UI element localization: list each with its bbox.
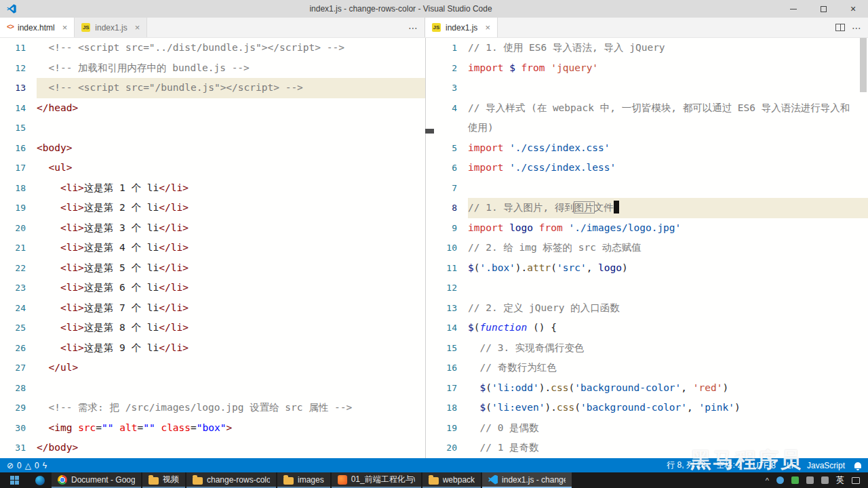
code-text[interactable]: <img src="" alt="" class="box"> bbox=[37, 418, 425, 439]
line-number[interactable]: 1 bbox=[426, 38, 468, 58]
code-line[interactable]: 20 // 1 是奇数 bbox=[426, 438, 868, 458]
tab-index-html[interactable]: <> index.html × bbox=[0, 18, 75, 37]
line-number[interactable]: 9 bbox=[426, 218, 468, 239]
code-text[interactable]: // 1. 使用 ES6 导入语法, 导入 jQuery bbox=[468, 38, 868, 58]
code-text[interactable]: import './css/index.css' bbox=[468, 138, 868, 159]
code-line[interactable]: 20 <li>这是第 3 个 li</li> bbox=[0, 218, 425, 239]
line-number[interactable]: 30 bbox=[0, 418, 37, 439]
status-item[interactable]: LF bbox=[787, 461, 796, 470]
taskbar-button[interactable]: 视频 bbox=[142, 472, 185, 488]
code-text[interactable]: </ul> bbox=[37, 358, 425, 378]
code-text[interactable]: // 奇数行为红色 bbox=[468, 358, 868, 378]
code-line[interactable]: 17 $('li:odd').css('background-color', '… bbox=[426, 378, 868, 399]
code-line[interactable]: 24 <li>这是第 7 个 li</li> bbox=[0, 298, 425, 319]
line-number[interactable]: 8 bbox=[426, 198, 468, 218]
status-item[interactable]: JavaScript bbox=[807, 461, 845, 470]
code-text[interactable]: <li>这是第 1 个 li</li> bbox=[37, 178, 425, 199]
code-text[interactable] bbox=[468, 278, 868, 298]
code-text[interactable]: import $ from 'jquery' bbox=[468, 58, 868, 79]
close-button[interactable]: × bbox=[838, 0, 868, 18]
code-line[interactable]: 14</head> bbox=[0, 98, 425, 119]
code-line[interactable]: 19 // 0 是偶数 bbox=[426, 418, 868, 439]
code-line[interactable]: 18 $('li:even').css('background-color', … bbox=[426, 398, 868, 418]
code-text[interactable]: <li>这是第 7 个 li</li> bbox=[37, 298, 425, 319]
line-number[interactable]: 3 bbox=[426, 78, 468, 98]
code-text[interactable]: // 0 是偶数 bbox=[468, 418, 868, 439]
code-text[interactable] bbox=[468, 78, 868, 98]
line-number[interactable]: 23 bbox=[0, 278, 37, 298]
line-number[interactable]: 20 bbox=[0, 218, 37, 239]
line-number[interactable]: 5 bbox=[426, 138, 468, 159]
line-number[interactable]: 27 bbox=[0, 358, 37, 378]
code-text[interactable]: <li>这是第 9 个 li</li> bbox=[37, 338, 425, 359]
taskbar-button[interactable]: index1.js - change-r... bbox=[482, 472, 572, 488]
code-text[interactable]: <li>这是第 6 个 li</li> bbox=[37, 278, 425, 298]
line-number[interactable]: 18 bbox=[426, 398, 468, 418]
status-item[interactable]: 空格: 2 bbox=[717, 460, 742, 471]
taskbar-button[interactable]: webpack bbox=[422, 472, 481, 488]
start-button[interactable] bbox=[0, 472, 28, 488]
code-text[interactable]: // 1. 导入图片, 得到图片文件 bbox=[468, 198, 868, 218]
scrollbar[interactable] bbox=[859, 38, 868, 458]
code-text[interactable]: // 2. 定义 jQuery 的入口函数 bbox=[468, 298, 868, 319]
code-line[interactable]: 14$(function () { bbox=[426, 318, 868, 338]
code-line[interactable]: 25 <li>这是第 8 个 li</li> bbox=[0, 318, 425, 338]
code-line[interactable]: 6import './css/index.less' bbox=[426, 158, 868, 178]
code-line[interactable]: 29 <!-- 需求: 把 /src/images/logo.jpg 设置给 s… bbox=[0, 398, 425, 418]
status-item[interactable]: 行 8, 列 18 bbox=[667, 460, 705, 471]
line-number[interactable]: 18 bbox=[0, 178, 37, 199]
problems-status[interactable]: ⊘ 0 △ 0 ϟ bbox=[7, 461, 47, 470]
code-text[interactable]: <!-- 加载和引用内存中的 bundle.js --> bbox=[37, 58, 425, 79]
line-number[interactable]: 19 bbox=[426, 418, 468, 439]
split-editor-icon[interactable] bbox=[835, 24, 845, 31]
language-indicator[interactable]: 英 bbox=[836, 474, 844, 486]
code-text[interactable]: <!-- 需求: 把 /src/images/logo.jpg 设置给 src … bbox=[37, 398, 425, 418]
code-text[interactable]: <li>这是第 3 个 li</li> bbox=[37, 218, 425, 239]
code-line[interactable]: 16<body> bbox=[0, 138, 425, 159]
code-text[interactable]: $('li:even').css('background-color', 'pi… bbox=[468, 398, 868, 418]
code-line[interactable]: 21 <li>这是第 4 个 li</li> bbox=[0, 238, 425, 258]
more-actions-icon[interactable]: ⋯ bbox=[408, 22, 418, 33]
code-line[interactable]: 15 // 3. 实现奇偶行变色 bbox=[426, 338, 868, 359]
code-line[interactable]: 10// 2. 给 img 标签的 src 动态赋值 bbox=[426, 238, 868, 258]
network-icon[interactable] bbox=[821, 476, 829, 484]
line-number[interactable]: 21 bbox=[0, 238, 37, 258]
code-line[interactable]: 2import $ from 'jquery' bbox=[426, 58, 868, 79]
code-text[interactable]: // 2. 给 img 标签的 src 动态赋值 bbox=[468, 238, 868, 258]
line-number[interactable]: 13 bbox=[0, 78, 37, 98]
taskbar-button[interactable]: Document - Google... bbox=[52, 472, 141, 488]
editor-sash-handle[interactable] bbox=[425, 129, 434, 134]
code-line[interactable]: 13 <!-- <script src="/bundle.js"></scrip… bbox=[0, 78, 425, 98]
code-line[interactable]: 3 bbox=[426, 78, 868, 98]
code-line[interactable]: 23 <li>这是第 6 个 li</li> bbox=[0, 278, 425, 298]
code-line[interactable]: 28 bbox=[0, 378, 425, 399]
code-text[interactable]: $('.box').attr('src', logo) bbox=[468, 258, 868, 279]
code-line[interactable]: 11$('.box').attr('src', logo) bbox=[426, 258, 868, 279]
line-number[interactable]: 20 bbox=[426, 438, 468, 458]
pinned-browser-button[interactable] bbox=[28, 472, 52, 488]
status-item[interactable]: UTF-8 bbox=[753, 461, 776, 470]
line-number[interactable]: 11 bbox=[426, 258, 468, 279]
taskbar-button[interactable]: images bbox=[277, 472, 330, 488]
code-line[interactable]: 12 <!-- 加载和引用内存中的 bundle.js --> bbox=[0, 58, 425, 79]
volume-icon[interactable] bbox=[806, 476, 814, 484]
code-text[interactable]: // 导入样式 (在 webpack 中, 一切皆模块, 都可以通过 ES6 导… bbox=[468, 98, 868, 138]
code-text[interactable]: </body> bbox=[37, 438, 425, 458]
code-text[interactable]: <!-- <script src="../dist/bundle.js"></s… bbox=[37, 38, 425, 58]
line-number[interactable]: 17 bbox=[426, 378, 468, 399]
code-line[interactable]: 26 <li>这是第 9 个 li</li> bbox=[0, 338, 425, 359]
line-number[interactable]: 28 bbox=[0, 378, 37, 399]
code-text[interactable]: import './css/index.less' bbox=[468, 158, 868, 178]
code-line[interactable]: 11 <!-- <script src="../dist/bundle.js">… bbox=[0, 38, 425, 58]
tab-index1-js-left[interactable]: JS index1.js × bbox=[75, 18, 147, 37]
line-number[interactable]: 24 bbox=[0, 298, 37, 319]
editor-index-html[interactable]: 11 <!-- <script src="../dist/bundle.js">… bbox=[0, 38, 425, 458]
tab-index1-js[interactable]: JS index1.js × bbox=[425, 18, 498, 37]
code-line[interactable]: 8// 1. 导入图片, 得到图片文件 bbox=[426, 198, 868, 218]
line-number[interactable]: 11 bbox=[0, 38, 37, 58]
line-number[interactable]: 6 bbox=[426, 158, 468, 178]
code-line[interactable]: 7 bbox=[426, 178, 868, 199]
code-line[interactable]: 5import './css/index.css' bbox=[426, 138, 868, 159]
taskbar-button[interactable]: 01_前端工程化与we... bbox=[332, 472, 421, 488]
code-text[interactable]: <li>这是第 4 个 li</li> bbox=[37, 238, 425, 258]
